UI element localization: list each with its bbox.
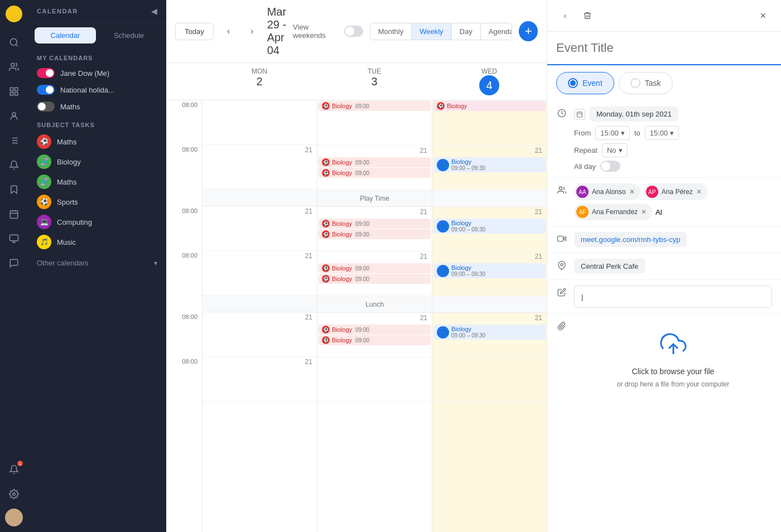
toggle-knob xyxy=(46,86,54,94)
calendar-icon-btn[interactable] xyxy=(4,204,24,224)
calendar-item-jane[interactable]: Jane Dow (Me) xyxy=(28,65,166,81)
rp-back-btn[interactable]: ‹ xyxy=(556,7,574,25)
subject-biology[interactable]: 🧬 Biology xyxy=(28,152,166,172)
mon-row4: 21 xyxy=(203,251,317,296)
user-avatar[interactable] xyxy=(5,509,23,526)
time-13: 08:00 xyxy=(166,357,202,402)
toggle-jane[interactable] xyxy=(37,68,55,78)
event-biology-wed-5[interactable]: 👤 Biology 09:00 – 09:30 xyxy=(433,325,546,340)
chip-remove-ana-alonso[interactable]: ✕ xyxy=(629,188,635,196)
svg-point-30 xyxy=(561,264,563,266)
subject-music[interactable]: 🎵 Music xyxy=(28,232,166,252)
view-agenda[interactable]: Agenda xyxy=(481,23,513,40)
repeat-label: Repeat xyxy=(574,146,597,154)
event-biology-tue-7[interactable]: ⚽ Biology 09:00 xyxy=(319,274,431,284)
meet-link[interactable]: meet.google.com/rmh-tybs-cyp xyxy=(574,232,687,247)
calendar-item-maths[interactable]: Maths xyxy=(28,98,166,115)
subject-computing[interactable]: 💻 Computing xyxy=(28,212,166,232)
toggle-maths[interactable] xyxy=(37,101,55,112)
bell-icon-btn[interactable] xyxy=(4,155,24,175)
search-icon-btn[interactable] xyxy=(4,32,24,52)
upload-area[interactable]: Click to browse your file or drop here a… xyxy=(574,320,772,399)
calendar-label-maths: Maths xyxy=(60,103,80,111)
tab-schedule[interactable]: Schedule xyxy=(98,27,160,43)
event-biology-tue-4[interactable]: ⚽ Biology 09:00 xyxy=(319,219,431,229)
collapse-btn[interactable]: ◀ xyxy=(151,7,157,16)
view-day[interactable]: Day xyxy=(452,23,481,40)
calendar-item-national[interactable]: National holida... xyxy=(28,81,166,98)
time-08: 08:00 xyxy=(166,100,202,145)
mon-row2: 21 xyxy=(203,145,317,190)
svg-point-2 xyxy=(11,63,15,66)
event-biology-tue-3[interactable]: ⚽ Biology 09:00 xyxy=(319,168,431,178)
view-weekends-toggle[interactable] xyxy=(344,26,363,37)
to-label: to xyxy=(634,129,640,137)
event-biology-tue-5[interactable]: ⚽ Biology 09:00 xyxy=(319,229,431,239)
svg-point-7 xyxy=(12,113,16,116)
today-button[interactable]: Today xyxy=(175,23,214,40)
attendee-input[interactable] xyxy=(655,208,672,216)
people-icon-btn[interactable] xyxy=(4,57,24,77)
svg-rect-6 xyxy=(15,93,18,95)
toggle-national[interactable] xyxy=(37,85,55,95)
event-title: Biology xyxy=(451,326,485,332)
subject-sports[interactable]: ⚽ Sports xyxy=(28,192,166,212)
event-title-input[interactable] xyxy=(547,32,781,65)
event-biology-wed-4[interactable]: 👤 Biology 09:00 – 09:30 xyxy=(433,263,546,278)
bookmark-icon-btn[interactable] xyxy=(4,180,24,200)
type-event-btn[interactable]: Event xyxy=(556,72,614,94)
list-icon-btn[interactable] xyxy=(4,130,24,151)
rp-delete-btn[interactable] xyxy=(578,7,596,25)
from-time-input[interactable]: 15:00 ▾ xyxy=(595,126,630,140)
event-biology-wed-3[interactable]: 👤 Biology 09:00 – 09:30 xyxy=(433,219,546,234)
time-12: 08:00 xyxy=(166,312,202,357)
monitor-icon-btn[interactable] xyxy=(4,229,24,249)
wed-row4: 21 👤 Biology 09:00 – 09:30 xyxy=(432,252,547,296)
notification-btn[interactable]: 1 xyxy=(4,460,24,480)
tab-calendar[interactable]: Calendar xyxy=(35,27,96,43)
location-value[interactable]: Central Perk Cafe xyxy=(574,259,645,274)
subject-maths2[interactable]: 🧬 Maths xyxy=(28,172,166,192)
event-biology-tue-1[interactable]: ⚽ Biology 09:00 xyxy=(319,101,431,111)
bio-icon-blue3: 👤 xyxy=(437,265,449,277)
event-biology-tue-8[interactable]: ⚽ Biology 09:00 xyxy=(319,325,431,335)
groups-icon-btn[interactable] xyxy=(4,106,24,126)
rp-close-btn[interactable]: ✕ xyxy=(754,7,772,25)
chip-remove-ana-fernandez[interactable]: ✕ xyxy=(641,208,647,216)
upload-content[interactable]: Click to browse your file or drop here a… xyxy=(574,320,772,399)
allday-toggle[interactable] xyxy=(600,161,620,172)
subject-dot-computing: 💻 xyxy=(37,215,51,229)
settings-btn[interactable] xyxy=(4,484,24,504)
event-biology-tue-2[interactable]: ⚽ Biology 09:00 xyxy=(319,157,431,167)
type-task-btn[interactable]: Task xyxy=(619,72,673,94)
repeat-select[interactable]: No ▾ xyxy=(602,143,628,157)
tue-row2: 21 ⚽ Biology 09:00 ⚽ Biology 09:00 xyxy=(317,146,432,190)
calendar-header: mon 2 tue 3 wed 4 xyxy=(166,63,547,100)
next-btn[interactable]: › xyxy=(244,22,261,40)
event-biology-wed-1[interactable]: ⚽ Biology xyxy=(433,101,546,111)
chip-remove-ana-perez[interactable]: ✕ xyxy=(696,188,702,196)
grid-icon-btn[interactable] xyxy=(4,81,24,101)
chat-icon-btn[interactable] xyxy=(4,253,24,273)
subject-dot-maths2: 🧬 xyxy=(37,175,51,189)
to-time-input[interactable]: 15:00 ▾ xyxy=(645,126,679,140)
view-monthly[interactable]: Monthly xyxy=(370,23,412,40)
event-biology-tue-6[interactable]: ⚽ Biology 09:00 xyxy=(319,263,431,273)
svg-line-1 xyxy=(16,44,17,46)
prev-btn[interactable]: ‹ xyxy=(220,22,237,40)
day-header-mon: mon 2 xyxy=(202,63,317,100)
meet-link-section: meet.google.com/rmh-tybs-cyp xyxy=(547,226,781,253)
date-picker-btn[interactable]: Monday, 01th sep 2021 xyxy=(590,107,678,122)
other-calendars[interactable]: Other calendars ▾ xyxy=(28,252,166,274)
chip-ana-perez: AP Ana Pérez ✕ xyxy=(644,183,707,200)
add-event-button[interactable]: + xyxy=(519,21,538,41)
event-biology-tue-9[interactable]: ⚽ Biology 09:00 xyxy=(319,335,431,345)
other-calendars-label: Other calendars xyxy=(37,259,89,267)
view-weekly[interactable]: Weekly xyxy=(412,23,451,40)
notes-input[interactable] xyxy=(574,286,772,308)
date-time-content: Monday, 01th sep 2021 From 15:00 ▾ to 15… xyxy=(574,107,772,172)
rp-actions: ‹ xyxy=(556,7,750,25)
event-biology-wed-2[interactable]: 👤 Biology 09:00 – 09:30 xyxy=(433,157,546,172)
type-selector: Event Task xyxy=(547,65,781,101)
subject-maths[interactable]: ⚽ Maths xyxy=(28,132,166,152)
